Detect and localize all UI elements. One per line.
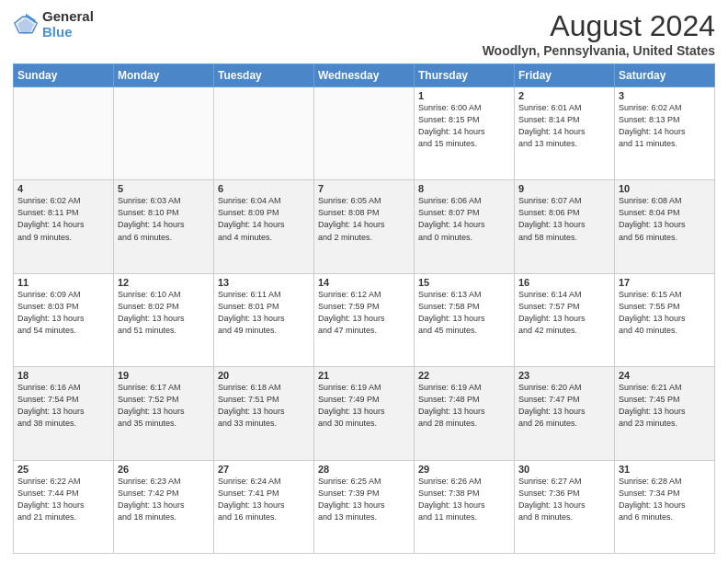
table-row: 25Sunrise: 6:22 AM Sunset: 7:44 PM Dayli… xyxy=(14,460,114,553)
day-number: 30 xyxy=(518,464,610,475)
day-number: 4 xyxy=(17,183,109,194)
table-row: 31Sunrise: 6:28 AM Sunset: 7:34 PM Dayli… xyxy=(615,460,715,553)
table-row: 2Sunrise: 6:01 AM Sunset: 8:14 PM Daylig… xyxy=(515,87,615,180)
day-info: Sunrise: 6:03 AM Sunset: 8:10 PM Dayligh… xyxy=(118,195,210,243)
day-info: Sunrise: 6:12 AM Sunset: 7:59 PM Dayligh… xyxy=(318,289,410,337)
calendar-week-row: 18Sunrise: 6:16 AM Sunset: 7:54 PM Dayli… xyxy=(14,367,715,460)
day-info: Sunrise: 6:11 AM Sunset: 8:01 PM Dayligh… xyxy=(218,289,310,337)
col-wednesday: Wednesday xyxy=(314,64,415,87)
logo-icon xyxy=(13,12,39,38)
day-info: Sunrise: 6:00 AM Sunset: 8:15 PM Dayligh… xyxy=(418,102,510,150)
table-row: 30Sunrise: 6:27 AM Sunset: 7:36 PM Dayli… xyxy=(515,460,615,553)
col-thursday: Thursday xyxy=(415,64,515,87)
title-location: Woodlyn, Pennsylvania, United States xyxy=(483,43,715,58)
table-row: 21Sunrise: 6:19 AM Sunset: 7:49 PM Dayli… xyxy=(314,367,415,460)
day-info: Sunrise: 6:15 AM Sunset: 7:55 PM Dayligh… xyxy=(619,289,711,337)
table-row: 18Sunrise: 6:16 AM Sunset: 7:54 PM Dayli… xyxy=(14,367,114,460)
day-info: Sunrise: 6:27 AM Sunset: 7:36 PM Dayligh… xyxy=(518,476,610,523)
day-info: Sunrise: 6:18 AM Sunset: 7:51 PM Dayligh… xyxy=(218,382,310,430)
day-info: Sunrise: 6:17 AM Sunset: 7:52 PM Dayligh… xyxy=(118,382,210,430)
day-number: 13 xyxy=(218,277,310,288)
title-month: August 2024 xyxy=(483,9,715,43)
page: General Blue August 2024 Woodlyn, Pennsy… xyxy=(0,0,728,563)
table-row: 27Sunrise: 6:24 AM Sunset: 7:41 PM Dayli… xyxy=(214,460,314,553)
table-row: 22Sunrise: 6:19 AM Sunset: 7:48 PM Dayli… xyxy=(415,367,515,460)
col-tuesday: Tuesday xyxy=(214,64,314,87)
table-row xyxy=(14,87,114,180)
day-info: Sunrise: 6:23 AM Sunset: 7:42 PM Dayligh… xyxy=(118,476,210,523)
day-info: Sunrise: 6:21 AM Sunset: 7:45 PM Dayligh… xyxy=(619,382,711,430)
calendar-week-row: 4Sunrise: 6:02 AM Sunset: 8:11 PM Daylig… xyxy=(14,180,715,273)
day-number: 26 xyxy=(118,464,210,475)
day-info: Sunrise: 6:13 AM Sunset: 7:58 PM Dayligh… xyxy=(418,289,510,337)
table-row: 4Sunrise: 6:02 AM Sunset: 8:11 PM Daylig… xyxy=(14,180,114,273)
day-number: 5 xyxy=(118,183,210,194)
table-row xyxy=(314,87,415,180)
calendar-week-row: 11Sunrise: 6:09 AM Sunset: 8:03 PM Dayli… xyxy=(14,273,715,366)
table-row: 1Sunrise: 6:00 AM Sunset: 8:15 PM Daylig… xyxy=(415,87,515,180)
day-info: Sunrise: 6:01 AM Sunset: 8:14 PM Dayligh… xyxy=(518,102,610,150)
day-number: 28 xyxy=(318,464,410,475)
day-number: 27 xyxy=(218,464,310,475)
logo-text: General Blue xyxy=(42,9,94,40)
table-row: 10Sunrise: 6:08 AM Sunset: 8:04 PM Dayli… xyxy=(615,180,715,273)
col-monday: Monday xyxy=(114,64,214,87)
day-number: 2 xyxy=(518,90,610,101)
day-number: 25 xyxy=(17,464,109,475)
calendar-week-row: 25Sunrise: 6:22 AM Sunset: 7:44 PM Dayli… xyxy=(14,460,715,553)
calendar-week-row: 1Sunrise: 6:00 AM Sunset: 8:15 PM Daylig… xyxy=(14,87,715,180)
table-row: 24Sunrise: 6:21 AM Sunset: 7:45 PM Dayli… xyxy=(615,367,715,460)
day-number: 21 xyxy=(318,370,410,381)
table-row: 9Sunrise: 6:07 AM Sunset: 8:06 PM Daylig… xyxy=(515,180,615,273)
day-number: 1 xyxy=(418,90,510,101)
logo: General Blue xyxy=(13,9,94,40)
table-row: 6Sunrise: 6:04 AM Sunset: 8:09 PM Daylig… xyxy=(214,180,314,273)
table-row: 5Sunrise: 6:03 AM Sunset: 8:10 PM Daylig… xyxy=(114,180,214,273)
header: General Blue August 2024 Woodlyn, Pennsy… xyxy=(13,9,715,58)
day-number: 29 xyxy=(418,464,510,475)
calendar-header-row: Sunday Monday Tuesday Wednesday Thursday… xyxy=(14,64,715,87)
day-info: Sunrise: 6:04 AM Sunset: 8:09 PM Dayligh… xyxy=(218,195,310,243)
day-number: 7 xyxy=(318,183,410,194)
day-number: 22 xyxy=(418,370,510,381)
day-info: Sunrise: 6:07 AM Sunset: 8:06 PM Dayligh… xyxy=(518,195,610,243)
table-row xyxy=(114,87,214,180)
day-number: 20 xyxy=(218,370,310,381)
day-info: Sunrise: 6:16 AM Sunset: 7:54 PM Dayligh… xyxy=(17,382,109,430)
table-row: 29Sunrise: 6:26 AM Sunset: 7:38 PM Dayli… xyxy=(415,460,515,553)
day-info: Sunrise: 6:09 AM Sunset: 8:03 PM Dayligh… xyxy=(17,289,109,337)
day-number: 19 xyxy=(118,370,210,381)
calendar-table: Sunday Monday Tuesday Wednesday Thursday… xyxy=(13,63,715,554)
table-row: 7Sunrise: 6:05 AM Sunset: 8:08 PM Daylig… xyxy=(314,180,415,273)
day-info: Sunrise: 6:22 AM Sunset: 7:44 PM Dayligh… xyxy=(17,476,109,523)
col-saturday: Saturday xyxy=(615,64,715,87)
day-number: 18 xyxy=(17,370,109,381)
logo-blue-text: Blue xyxy=(42,25,94,40)
table-row: 23Sunrise: 6:20 AM Sunset: 7:47 PM Dayli… xyxy=(515,367,615,460)
day-info: Sunrise: 6:20 AM Sunset: 7:47 PM Dayligh… xyxy=(518,382,610,430)
day-info: Sunrise: 6:19 AM Sunset: 7:49 PM Dayligh… xyxy=(318,382,410,430)
table-row: 12Sunrise: 6:10 AM Sunset: 8:02 PM Dayli… xyxy=(114,273,214,366)
day-number: 16 xyxy=(518,277,610,288)
day-number: 15 xyxy=(418,277,510,288)
table-row xyxy=(214,87,314,180)
day-number: 24 xyxy=(619,370,711,381)
table-row: 14Sunrise: 6:12 AM Sunset: 7:59 PM Dayli… xyxy=(314,273,415,366)
day-number: 3 xyxy=(619,90,711,101)
day-info: Sunrise: 6:02 AM Sunset: 8:13 PM Dayligh… xyxy=(619,102,711,150)
day-info: Sunrise: 6:10 AM Sunset: 8:02 PM Dayligh… xyxy=(118,289,210,337)
table-row: 13Sunrise: 6:11 AM Sunset: 8:01 PM Dayli… xyxy=(214,273,314,366)
col-friday: Friday xyxy=(515,64,615,87)
day-info: Sunrise: 6:08 AM Sunset: 8:04 PM Dayligh… xyxy=(619,195,711,243)
day-number: 11 xyxy=(17,277,109,288)
day-number: 6 xyxy=(218,183,310,194)
table-row: 26Sunrise: 6:23 AM Sunset: 7:42 PM Dayli… xyxy=(114,460,214,553)
day-info: Sunrise: 6:19 AM Sunset: 7:48 PM Dayligh… xyxy=(418,382,510,430)
day-number: 10 xyxy=(619,183,711,194)
table-row: 15Sunrise: 6:13 AM Sunset: 7:58 PM Dayli… xyxy=(415,273,515,366)
table-row: 28Sunrise: 6:25 AM Sunset: 7:39 PM Dayli… xyxy=(314,460,415,553)
day-number: 17 xyxy=(619,277,711,288)
day-info: Sunrise: 6:24 AM Sunset: 7:41 PM Dayligh… xyxy=(218,476,310,523)
day-info: Sunrise: 6:25 AM Sunset: 7:39 PM Dayligh… xyxy=(318,476,410,523)
title-block: August 2024 Woodlyn, Pennsylvania, Unite… xyxy=(483,9,715,58)
